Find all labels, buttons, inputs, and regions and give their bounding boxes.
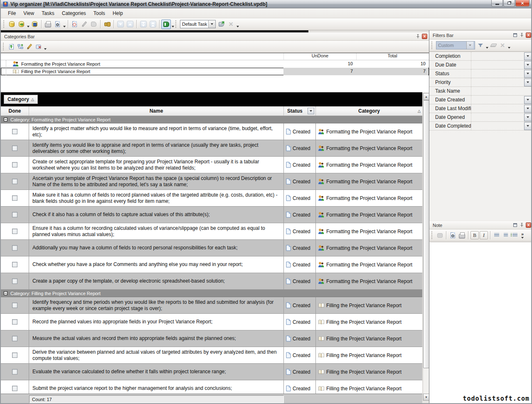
restore-panel-icon[interactable] xyxy=(512,32,518,38)
filter-preset-select[interactable]: Custom xyxy=(436,41,475,49)
bullet-list-button[interactable] xyxy=(510,231,520,240)
scroll-up-button[interactable]: ▲ xyxy=(423,93,429,100)
new-task-button[interactable] xyxy=(70,20,79,29)
save-database-button[interactable] xyxy=(30,20,39,29)
edit-category-button[interactable] xyxy=(25,42,34,51)
edit-task-button[interactable] xyxy=(79,20,89,29)
collapse-icon[interactable] xyxy=(4,291,7,295)
menu-item-categories[interactable]: Categories xyxy=(58,9,90,18)
done-checkbox[interactable] xyxy=(12,319,17,325)
task-row[interactable]: Create a paper copy of the template, or … xyxy=(1,273,422,290)
close-panel-icon[interactable]: x xyxy=(422,34,427,39)
categories-toolbar-overflow[interactable] xyxy=(43,42,47,52)
note-preview-button[interactable] xyxy=(448,231,457,240)
move-down-button[interactable] xyxy=(116,20,125,29)
menu-item-tasks[interactable]: Tasks xyxy=(38,9,58,18)
group-header-row[interactable]: Category: Formatting the Project Varianc… xyxy=(1,116,422,123)
done-checkbox[interactable] xyxy=(12,303,17,308)
filter-dropdown-button[interactable] xyxy=(524,52,532,60)
filter-value[interactable] xyxy=(471,113,524,121)
filter-value[interactable] xyxy=(471,96,524,104)
pin-icon[interactable] xyxy=(519,222,525,228)
task-row[interactable]: Evaluate the variance calculated to defi… xyxy=(1,364,422,380)
new-subcategory-button[interactable] xyxy=(16,42,25,51)
task-row[interactable]: Create or select appropriate template fo… xyxy=(1,157,422,173)
task-row[interactable]: Make sure it has a column of fields to r… xyxy=(1,190,422,207)
insert-template-task-button[interactable] xyxy=(217,20,226,29)
filter-value[interactable] xyxy=(471,52,524,60)
new-database-button[interactable] xyxy=(7,20,17,29)
category-column-header[interactable]: Category △ xyxy=(316,106,422,116)
done-checkbox[interactable] xyxy=(12,245,17,251)
status-filter-dropdown[interactable] xyxy=(308,108,314,114)
filter-value[interactable] xyxy=(471,104,524,113)
task-row[interactable]: Check if it also has a column of fields … xyxy=(1,207,422,223)
delete-filter-button[interactable]: ✕ xyxy=(498,41,507,50)
task-template-select[interactable]: Default Task xyxy=(180,20,216,28)
filter-dropdown-button[interactable] xyxy=(524,61,532,69)
done-checkbox[interactable] xyxy=(12,145,17,151)
scrollbar-thumb[interactable] xyxy=(423,100,429,368)
done-checkbox[interactable] xyxy=(12,369,17,374)
notebook-view-button[interactable] xyxy=(161,20,171,29)
filter-dropdown-button[interactable] xyxy=(524,79,532,86)
task-grid-scrollbar[interactable]: ▲ ▼ xyxy=(423,93,429,401)
task-row[interactable]: Identify items you would like to apprais… xyxy=(1,140,422,157)
open-database-dropdown[interactable] xyxy=(26,20,30,29)
task-row[interactable]: Additionally you may have a column of fi… xyxy=(1,240,422,256)
task-row[interactable]: Measure the actual values and record the… xyxy=(1,330,422,347)
apply-filter-dropdown[interactable] xyxy=(485,41,489,50)
done-checkbox[interactable] xyxy=(12,195,17,201)
filter-dropdown-button[interactable] xyxy=(524,96,532,104)
collapse-icon[interactable] xyxy=(4,118,7,121)
move-to-top-button[interactable] xyxy=(148,20,158,29)
filter-dropdown-button[interactable] xyxy=(524,70,532,78)
category-row[interactable]: Formatting the Project Variance Report 1… xyxy=(1,60,429,68)
filter-value[interactable] xyxy=(471,61,524,69)
group-header-row[interactable]: Category: Filling the Project Variance R… xyxy=(1,290,422,297)
filters-toolbar-overflow[interactable] xyxy=(507,41,511,50)
italic-button[interactable]: I xyxy=(480,231,488,239)
insert-object-button[interactable] xyxy=(435,231,444,240)
name-column-header[interactable]: Name xyxy=(29,106,284,116)
task-row[interactable]: Derive the variance between planned and … xyxy=(1,347,422,364)
view-dropdown[interactable] xyxy=(171,20,175,29)
move-to-bottom-button[interactable] xyxy=(138,20,148,29)
task-row[interactable]: Submit the project variance report to th… xyxy=(1,380,422,394)
total-column-header[interactable]: Total xyxy=(356,53,428,60)
done-checkbox[interactable] xyxy=(12,129,17,134)
done-checkbox[interactable] xyxy=(12,278,17,284)
move-up-button[interactable] xyxy=(125,20,135,29)
restore-button[interactable] xyxy=(503,0,515,7)
print-button[interactable] xyxy=(43,20,53,29)
task-row[interactable]: Record the planned values into appropria… xyxy=(1,314,422,330)
note-content[interactable]: todolistsoft.com xyxy=(430,242,532,404)
task-row[interactable]: Ascertain your template of Project Varia… xyxy=(1,173,422,190)
undone-column-header[interactable]: UnDone xyxy=(283,53,356,60)
delete-category-button[interactable] xyxy=(34,42,43,51)
status-column-header[interactable]: Status xyxy=(284,106,316,116)
done-checkbox[interactable] xyxy=(12,336,17,341)
category-row[interactable]: Filling the Project Variance Report 7 7 xyxy=(1,68,429,75)
close-button[interactable]: × xyxy=(515,0,530,7)
open-database-button[interactable] xyxy=(17,20,26,29)
filter-value[interactable] xyxy=(471,87,524,95)
menu-item-help[interactable]: Help xyxy=(109,9,127,18)
menu-item-tools[interactable]: Tools xyxy=(90,9,109,18)
close-panel-icon[interactable]: x xyxy=(526,32,531,38)
scroll-down-button[interactable]: ▼ xyxy=(423,394,429,401)
filter-dropdown-button[interactable] xyxy=(524,113,532,121)
filter-dropdown-button[interactable] xyxy=(524,105,532,113)
done-checkbox[interactable] xyxy=(12,212,17,217)
clear-filter-button[interactable] xyxy=(489,41,498,50)
apply-filter-button[interactable] xyxy=(476,41,485,50)
task-row[interactable]: Check whether you have a place for Comme… xyxy=(1,256,422,273)
complete-task-button[interactable] xyxy=(89,20,99,29)
minimize-button[interactable] xyxy=(491,0,503,7)
note-toolbar-overflow[interactable]: » xyxy=(521,232,524,239)
done-checkbox[interactable] xyxy=(12,162,17,168)
done-checkbox[interactable] xyxy=(12,262,17,267)
bold-button[interactable]: B xyxy=(470,231,479,239)
filter-dropdown-button[interactable] xyxy=(524,122,532,130)
menu-item-file[interactable]: File xyxy=(4,9,20,18)
